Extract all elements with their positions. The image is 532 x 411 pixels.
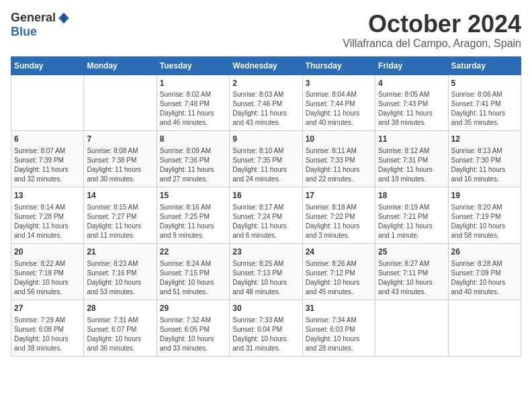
cell-text: Sunset: 7:46 PM	[232, 99, 299, 109]
day-number: 27	[14, 303, 81, 314]
month-title: October 2024	[343, 11, 521, 38]
cell-text: Sunset: 7:31 PM	[378, 156, 445, 165]
cell-text: Sunrise: 7:33 AM	[232, 316, 299, 325]
day-number: 23	[232, 246, 299, 258]
cell-text: Sunrise: 8:03 AM	[232, 90, 299, 99]
weekday-header-cell: Thursday	[302, 56, 375, 75]
cell-text: Sunset: 6:05 PM	[160, 325, 226, 334]
logo: General Blue	[11, 11, 71, 39]
cell-text: Sunrise: 8:26 AM	[306, 259, 372, 269]
cell-text: Daylight: 11 hours and 19 minutes.	[378, 165, 445, 184]
day-number: 15	[160, 190, 226, 201]
cell-text: Daylight: 11 hours and 32 minutes.	[14, 165, 81, 184]
cell-text: Daylight: 11 hours and 16 minutes.	[451, 165, 518, 184]
cell-text: Sunrise: 8:07 AM	[14, 146, 81, 156]
calendar-cell: 7Sunrise: 8:08 AMSunset: 7:38 PMDaylight…	[84, 131, 157, 187]
cell-text: Sunset: 7:39 PM	[14, 156, 81, 165]
cell-text: Sunrise: 7:32 AM	[160, 316, 226, 325]
cell-text: Daylight: 10 hours and 36 minutes.	[87, 334, 153, 353]
cell-text: Sunset: 7:13 PM	[232, 269, 299, 278]
day-number: 30	[232, 303, 299, 314]
weekday-header-cell: Monday	[84, 56, 157, 75]
page-header: General Blue October 2024 Villafranca de…	[11, 11, 521, 50]
cell-text: Daylight: 11 hours and 14 minutes.	[14, 222, 81, 240]
cell-text: Daylight: 11 hours and 11 minutes.	[87, 222, 153, 240]
day-number: 7	[87, 134, 153, 145]
cell-text: Daylight: 10 hours and 28 minutes.	[306, 334, 372, 353]
calendar-cell: 29Sunrise: 7:32 AMSunset: 6:05 PMDayligh…	[157, 300, 229, 356]
calendar-cell: 6Sunrise: 8:07 AMSunset: 7:39 PMDaylight…	[11, 131, 84, 187]
calendar-cell: 5Sunrise: 8:06 AMSunset: 7:41 PMDaylight…	[448, 75, 521, 131]
calendar-cell: 2Sunrise: 8:03 AMSunset: 7:46 PMDaylight…	[230, 75, 302, 131]
calendar-cell: 8Sunrise: 8:09 AMSunset: 7:36 PMDaylight…	[157, 131, 229, 187]
cell-text: Sunrise: 8:04 AM	[306, 90, 372, 99]
day-number: 8	[160, 134, 226, 145]
cell-text: Sunset: 7:30 PM	[451, 156, 518, 165]
day-number: 12	[451, 134, 518, 145]
calendar-cell: 24Sunrise: 8:26 AMSunset: 7:12 PMDayligh…	[302, 243, 375, 300]
cell-text: Sunset: 7:28 PM	[14, 212, 81, 222]
day-number: 11	[378, 134, 445, 145]
cell-text: Sunset: 7:33 PM	[306, 156, 372, 165]
cell-text: Sunrise: 7:34 AM	[306, 316, 372, 325]
cell-text: Sunrise: 8:17 AM	[232, 203, 299, 212]
day-number: 18	[378, 190, 445, 201]
day-number: 25	[378, 246, 445, 258]
cell-text: Sunset: 6:08 PM	[14, 325, 81, 334]
calendar-cell: 28Sunrise: 7:31 AMSunset: 6:07 PMDayligh…	[84, 300, 157, 356]
cell-text: Sunset: 7:35 PM	[232, 156, 299, 165]
cell-text: Sunset: 6:07 PM	[87, 325, 153, 334]
day-number: 10	[306, 134, 372, 145]
day-number: 22	[160, 246, 226, 258]
cell-text: Daylight: 11 hours and 40 minutes.	[306, 109, 372, 128]
cell-text: Sunrise: 8:14 AM	[14, 203, 81, 212]
cell-text: Sunset: 6:03 PM	[306, 325, 372, 334]
cell-text: Sunrise: 8:24 AM	[160, 259, 226, 269]
calendar-cell	[448, 300, 521, 356]
day-number: 14	[87, 190, 153, 201]
weekday-header-row: SundayMondayTuesdayWednesdayThursdayFrid…	[11, 56, 521, 75]
day-number: 21	[87, 246, 153, 258]
calendar-table: SundayMondayTuesdayWednesdayThursdayFrid…	[11, 56, 521, 357]
cell-text: Daylight: 10 hours and 31 minutes.	[232, 334, 299, 353]
cell-text: Daylight: 11 hours and 43 minutes.	[232, 109, 299, 128]
weekday-header-cell: Saturday	[448, 56, 521, 75]
cell-text: Sunset: 7:15 PM	[160, 269, 226, 278]
cell-text: Sunrise: 8:23 AM	[87, 259, 153, 269]
day-number: 31	[306, 303, 372, 314]
weekday-header-cell: Wednesday	[230, 56, 302, 75]
day-number: 16	[232, 190, 299, 201]
calendar-week-row: 6Sunrise: 8:07 AMSunset: 7:39 PMDaylight…	[11, 131, 521, 187]
cell-text: Daylight: 10 hours and 45 minutes.	[306, 278, 372, 297]
cell-text: Sunset: 7:16 PM	[87, 269, 153, 278]
cell-text: Sunrise: 8:16 AM	[160, 203, 226, 212]
calendar-cell: 3Sunrise: 8:04 AMSunset: 7:44 PMDaylight…	[302, 75, 375, 131]
cell-text: Daylight: 11 hours and 9 minutes.	[160, 222, 226, 240]
day-number: 29	[160, 303, 226, 314]
calendar-cell: 27Sunrise: 7:29 AMSunset: 6:08 PMDayligh…	[11, 300, 84, 356]
logo-blue-text: Blue	[11, 25, 37, 39]
calendar-cell: 23Sunrise: 8:25 AMSunset: 7:13 PMDayligh…	[230, 243, 302, 300]
day-number: 4	[378, 78, 445, 89]
cell-text: Sunrise: 8:10 AM	[232, 146, 299, 156]
weekday-header-cell: Tuesday	[157, 56, 229, 75]
day-number: 2	[232, 78, 299, 89]
calendar-cell: 15Sunrise: 8:16 AMSunset: 7:25 PMDayligh…	[157, 187, 229, 244]
calendar-week-row: 20Sunrise: 8:22 AMSunset: 7:18 PMDayligh…	[11, 243, 521, 300]
cell-text: Sunrise: 8:09 AM	[160, 146, 226, 156]
calendar-cell	[375, 300, 448, 356]
calendar-cell: 19Sunrise: 8:20 AMSunset: 7:19 PMDayligh…	[448, 187, 521, 244]
cell-text: Daylight: 11 hours and 30 minutes.	[87, 165, 153, 184]
day-number: 1	[160, 78, 226, 89]
cell-text: Sunset: 7:09 PM	[451, 269, 518, 278]
logo-general: General	[11, 11, 56, 25]
cell-text: Sunrise: 8:06 AM	[451, 90, 518, 99]
cell-text: Daylight: 11 hours and 24 minutes.	[232, 165, 299, 184]
day-number: 19	[451, 190, 518, 201]
cell-text: Sunrise: 8:02 AM	[160, 90, 226, 99]
cell-text: Daylight: 11 hours and 46 minutes.	[160, 109, 226, 128]
calendar-cell: 9Sunrise: 8:10 AMSunset: 7:35 PMDaylight…	[230, 131, 302, 187]
cell-text: Sunrise: 8:22 AM	[14, 259, 81, 269]
cell-text: Sunrise: 8:12 AM	[378, 146, 445, 156]
day-number: 26	[451, 246, 518, 258]
